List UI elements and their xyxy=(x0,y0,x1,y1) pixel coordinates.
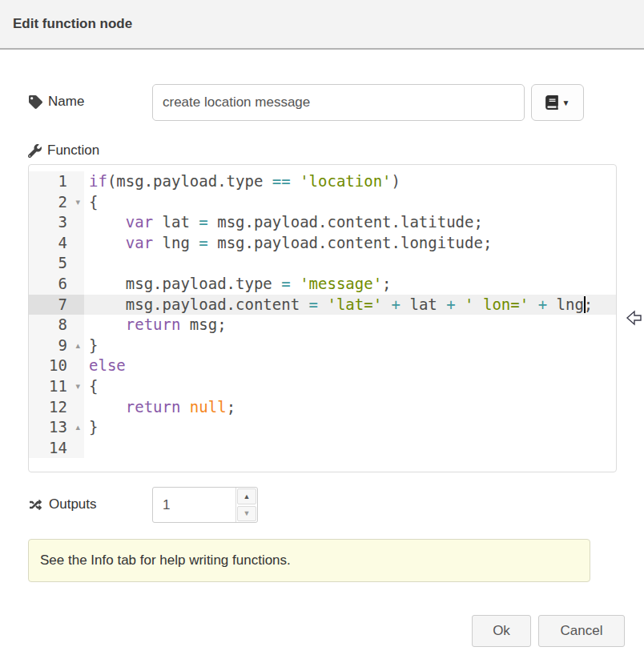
code-token: 'location' xyxy=(300,172,391,190)
code-token: ; xyxy=(382,275,391,292)
ok-button[interactable]: Ok xyxy=(472,615,531,647)
code-token: 'lat=' xyxy=(327,295,382,313)
code-token: } xyxy=(89,418,98,436)
code-token: msg.payload.content.latitude; xyxy=(208,213,483,231)
outputs-label: Outputs xyxy=(28,496,97,512)
code-token: + xyxy=(446,295,455,313)
code-line[interactable]: 11▾{ xyxy=(29,376,616,397)
function-label: Function xyxy=(28,143,99,159)
mouse-cursor-icon xyxy=(626,307,643,328)
code-token xyxy=(180,398,189,416)
code-token: lng xyxy=(153,234,199,251)
caret-down-icon: ▼ xyxy=(244,509,251,517)
code-token: ; xyxy=(227,398,235,416)
code-line[interactable]: 5 xyxy=(29,253,616,274)
info-tip-text: See the Info tab for help writing functi… xyxy=(40,552,291,569)
line-number: 8 xyxy=(29,315,84,336)
line-number: 7 xyxy=(29,295,84,315)
tag-icon xyxy=(29,95,42,109)
code-text: var lng = msg.payload.content.longitude; xyxy=(84,233,616,254)
code-line[interactable]: 10else xyxy=(29,356,616,376)
code-token xyxy=(529,295,537,313)
book-icon xyxy=(545,95,558,110)
code-text: var lat = msg.payload.content.latitude; xyxy=(84,212,616,233)
code-text: return msg; xyxy=(84,315,616,336)
code-token: { xyxy=(89,377,98,395)
code-token: = xyxy=(309,295,318,313)
name-label: Name xyxy=(29,94,84,110)
line-number: 1 xyxy=(29,171,84,192)
caret-up-icon: ▲ xyxy=(244,492,251,500)
fold-toggle-icon[interactable]: ▾ xyxy=(75,376,80,397)
info-tip: See the Info tab for help writing functi… xyxy=(28,539,590,582)
code-token: var xyxy=(126,213,153,231)
line-number: 3 xyxy=(29,212,84,233)
code-text: } xyxy=(84,417,616,438)
code-token xyxy=(89,315,126,333)
outputs-label-text: Outputs xyxy=(49,496,97,512)
code-token: msg; xyxy=(180,315,226,333)
cancel-button[interactable]: Cancel xyxy=(538,615,625,647)
spinner-buttons: ▲ ▼ xyxy=(235,488,257,522)
code-line[interactable]: 3 var lat = msg.payload.content.latitude… xyxy=(29,212,616,233)
code-token: (msg.payload.type xyxy=(107,172,272,190)
code-line[interactable]: 14 xyxy=(29,438,616,459)
code-token: if xyxy=(89,172,107,190)
code-line[interactable]: 13▴} xyxy=(29,417,616,438)
code-line[interactable]: 6 msg.payload.type = 'message'; xyxy=(29,274,616,295)
code-line[interactable]: 12 return null; xyxy=(29,397,616,418)
code-token xyxy=(382,295,391,313)
code-token: return xyxy=(126,315,181,333)
code-token: + xyxy=(538,295,547,313)
code-token: 'message' xyxy=(300,275,382,292)
line-number: 5 xyxy=(29,253,84,274)
code-token: var xyxy=(126,234,153,251)
function-code-editor[interactable]: 1if(msg.payload.type == 'location')2▾{3 … xyxy=(28,164,617,472)
code-token: lat xyxy=(153,213,199,231)
code-token xyxy=(89,213,126,231)
code-token: msg.payload.content xyxy=(89,295,309,313)
code-text: { xyxy=(84,376,616,397)
dialog-header: Edit function node xyxy=(0,0,644,50)
code-line[interactable]: 4 var lng = msg.payload.content.longitud… xyxy=(29,233,616,254)
code-token: = xyxy=(281,275,290,292)
name-input[interactable] xyxy=(152,84,525,121)
code-text xyxy=(84,438,616,459)
code-token xyxy=(89,398,126,416)
code-token xyxy=(456,295,465,313)
code-line[interactable]: 8 return msg; xyxy=(29,315,616,336)
line-number: 4 xyxy=(29,233,84,254)
code-token: } xyxy=(89,336,98,354)
code-token xyxy=(318,295,327,313)
spin-down-button[interactable]: ▼ xyxy=(237,506,256,522)
code-token xyxy=(291,275,300,292)
code-token: ' lon=' xyxy=(465,295,529,313)
code-token: null xyxy=(190,398,227,416)
code-token: ) xyxy=(392,172,400,190)
line-number: 10 xyxy=(29,356,84,376)
code-token xyxy=(291,172,300,190)
library-button[interactable]: ▼ xyxy=(531,84,584,121)
fold-toggle-icon[interactable]: ▴ xyxy=(75,417,80,438)
fold-toggle-icon[interactable]: ▴ xyxy=(75,336,80,356)
code-text: } xyxy=(84,336,616,356)
line-number: 11▾ xyxy=(29,376,84,397)
wrench-icon xyxy=(28,144,42,158)
fold-toggle-icon[interactable]: ▾ xyxy=(75,192,80,213)
code-token: ; xyxy=(584,295,593,313)
code-line[interactable]: 2▾{ xyxy=(29,192,616,213)
line-number: 13▴ xyxy=(29,417,84,438)
code-token: lat xyxy=(400,295,446,313)
code-line[interactable]: 7 msg.payload.content = 'lat=' + lat + '… xyxy=(29,295,616,315)
name-label-text: Name xyxy=(48,94,84,110)
spin-up-button[interactable]: ▲ xyxy=(237,488,256,504)
code-text: msg.payload.content = 'lat=' + lat + ' l… xyxy=(84,295,616,315)
outputs-input[interactable] xyxy=(153,488,235,522)
code-line[interactable]: 9▴} xyxy=(29,336,616,356)
code-token: return xyxy=(126,398,181,416)
code-line[interactable]: 1if(msg.payload.type == 'location') xyxy=(29,171,616,192)
code-token: else xyxy=(89,356,126,374)
code-text: { xyxy=(84,192,616,213)
code-token: msg.payload.type xyxy=(89,275,281,292)
code-text: msg.payload.type = 'message'; xyxy=(84,274,616,295)
